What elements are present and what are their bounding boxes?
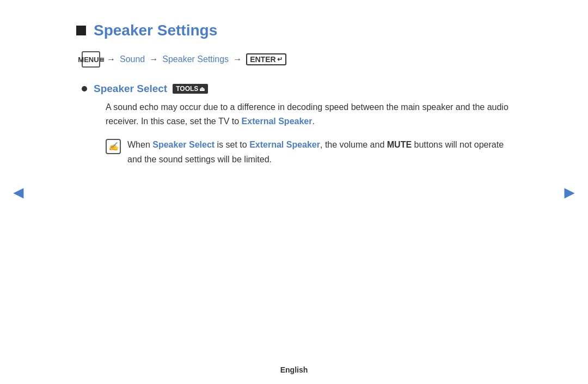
section-list: Speaker Select TOOLS⏏ A sound echo may o… [82, 83, 512, 167]
main-content: Speaker Settings MENU⊞ → Sound → Speaker… [33, 0, 555, 195]
external-speaker-link-1: External Speaker [242, 117, 313, 126]
nav-right-arrow[interactable]: ► [561, 182, 578, 202]
breadcrumb-arrow-1: → [107, 54, 115, 64]
nav-left-arrow[interactable]: ◄ [10, 182, 27, 202]
bullet-icon [82, 86, 87, 92]
section-title: Speaker Select [94, 83, 167, 95]
breadcrumb-arrow-3: → [233, 54, 242, 64]
note-text: When Speaker Select is set to External S… [127, 138, 512, 167]
page-title: Speaker Settings [94, 22, 217, 39]
tools-badge: TOOLS⏏ [173, 84, 208, 94]
section-header: Speaker Select TOOLS⏏ [94, 83, 512, 95]
mute-label: MUTE [387, 140, 412, 149]
note-box: ✍ When Speaker Select is set to External… [106, 138, 512, 167]
speaker-select-link: Speaker Select [152, 140, 215, 149]
section-description: A sound echo may occur due to a differen… [106, 100, 512, 128]
breadcrumb-speaker-settings: Speaker Settings [162, 54, 229, 64]
breadcrumb: MENU⊞ → Sound → Speaker Settings → ENTER… [82, 51, 512, 68]
external-speaker-link-2: External Speaker [249, 140, 320, 149]
note-icon: ✍ [106, 139, 121, 154]
menu-icon: MENU⊞ [82, 51, 100, 68]
list-item: Speaker Select TOOLS⏏ A sound echo may o… [82, 83, 512, 167]
breadcrumb-arrow-2: → [149, 54, 158, 64]
footer-language: English [280, 365, 308, 374]
enter-icon: ENTER↵ [246, 53, 286, 65]
tools-icon: ⏏ [199, 86, 205, 93]
title-square-icon [76, 26, 86, 35]
page-title-row: Speaker Settings [76, 22, 512, 39]
breadcrumb-sound: Sound [120, 54, 145, 64]
section-body: Speaker Select TOOLS⏏ A sound echo may o… [94, 83, 512, 167]
